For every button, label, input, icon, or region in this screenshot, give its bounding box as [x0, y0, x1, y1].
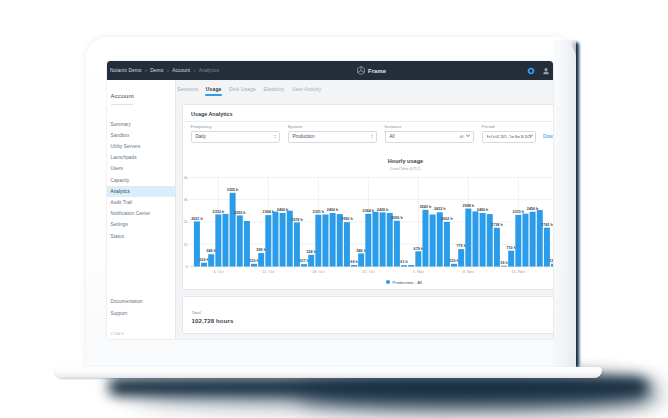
bar-oct-10[interactable] [258, 253, 264, 266]
sidebar-item-status[interactable]: Status [107, 230, 176, 241]
topbar-icons [527, 61, 553, 80]
bar-label: 679 h [413, 247, 423, 251]
bar-oct-23[interactable] [351, 265, 357, 267]
bar-oct-31[interactable] [408, 265, 414, 266]
usage-chart: Hourly usageDate/Time (UTC)01k2k3k4k4. O… [183, 149, 554, 291]
bar-nov-9[interactable] [472, 211, 478, 266]
filter-suffix: All [459, 134, 464, 139]
bar-label: 549 h [206, 249, 216, 253]
down-arrow [371, 137, 373, 138]
bar-oct-19[interactable] [322, 215, 328, 267]
sidebar-item-utility-servers[interactable]: Utility Servers [107, 141, 176, 152]
legend-label[interactable]: Production - All [392, 280, 422, 285]
bar-oct-21[interactable] [336, 214, 342, 266]
bar-oct-16[interactable] [301, 264, 307, 266]
laptop-base-shadow-soft [135, 380, 650, 406]
tab-disk-usage[interactable]: Disk Usage [229, 86, 256, 92]
bar-oct-3[interactable] [208, 254, 214, 266]
bar-label: 120 h [249, 259, 259, 263]
bar-nov-2[interactable] [422, 210, 428, 267]
sidebar-item-capacity[interactable]: Capacity [107, 175, 176, 186]
bar-label: 1978 h [291, 218, 303, 222]
tab-usage[interactable]: Usage [206, 86, 222, 92]
breadcrumb-item[interactable]: Analytics [199, 68, 219, 73]
bar-oct-12[interactable] [272, 212, 278, 267]
total-label: Total [192, 310, 201, 315]
tab-elasticity[interactable]: Elasticity [263, 86, 284, 92]
filter-select-frequency[interactable]: Daily [191, 131, 280, 143]
bar-oct-5[interactable] [222, 214, 228, 267]
status-ring-icon[interactable] [527, 67, 535, 75]
sidebar-item-notification-center[interactable]: Notification Center [107, 208, 176, 219]
breadcrumb-separator: > [166, 68, 169, 73]
download-link[interactable]: Download [543, 134, 553, 139]
bar-nov-17[interactable] [529, 212, 535, 267]
sidebar-version: 2.104.3 [111, 331, 124, 336]
bar-oct-7[interactable] [236, 215, 242, 266]
bar-label: 2333 h [212, 210, 224, 214]
x-tick-label: 11. Oct [262, 269, 275, 274]
bar-oct-25[interactable] [365, 214, 371, 267]
sidebar-item-settings[interactable]: Settings [107, 219, 176, 230]
sidebar-item-audit-trail[interactable]: Audit Trail [107, 197, 176, 208]
sidebar-link-support[interactable]: Support [107, 308, 176, 319]
bar-label: 1990 h [341, 217, 353, 221]
bar-oct-22[interactable] [343, 222, 349, 266]
sidebar-item-analytics[interactable]: Analytics [107, 186, 176, 197]
bar-nov-3[interactable] [429, 215, 435, 267]
bar-nov-11[interactable] [486, 214, 492, 266]
bar-oct-9[interactable] [251, 264, 257, 267]
filter-select-instance-type[interactable]: AllAll [385, 131, 474, 143]
bar-oct-13[interactable] [279, 213, 285, 267]
x-tick-label: 4. Oct [213, 269, 224, 274]
sidebar-item-users[interactable]: Users [107, 163, 176, 174]
filter-select-system[interactable]: Production [288, 131, 377, 143]
bar-nov-12[interactable] [493, 228, 499, 267]
breadcrumb-item[interactable]: Demo [150, 68, 163, 73]
bar-nov-10[interactable] [479, 213, 485, 267]
filter-select-period[interactable]: Fri Oct 01 2021 - Tue Nov 30 2021 [482, 131, 537, 143]
sidebar-item-launchpads[interactable]: Launchpads [107, 152, 176, 163]
hourly-usage-chart: Hourly usageDate/Time (UTC)01k2k3k4k4. O… [183, 149, 554, 291]
bar-oct-26[interactable] [372, 212, 378, 267]
bar-oct-4[interactable] [215, 214, 221, 266]
bar-nov-18[interactable] [536, 210, 542, 266]
bar-oct-2[interactable] [201, 263, 207, 267]
bar-oct-17[interactable] [308, 255, 314, 267]
bar-nov-15[interactable] [515, 215, 521, 267]
breadcrumb-item[interactable]: Account [172, 68, 190, 73]
bar-label: 2598 h [462, 204, 474, 208]
bar-label: 2432 h [434, 207, 446, 211]
total-value: 102,728 hours [192, 317, 234, 324]
bar-oct-6[interactable] [229, 193, 235, 267]
bar-nov-8[interactable] [465, 209, 471, 267]
bar-nov-16[interactable] [522, 214, 528, 267]
total-card: Total 102,728 hours [182, 296, 554, 334]
tab-sessions[interactable]: Sessions [177, 86, 198, 92]
user-icon[interactable] [542, 67, 550, 75]
bar-nov-14[interactable] [508, 251, 514, 267]
bar-oct-18[interactable] [315, 215, 321, 267]
sidebar-item-summary[interactable]: Summary [107, 119, 176, 130]
bar-oct-27[interactable] [379, 212, 385, 266]
x-tick-label: 18. Oct [312, 269, 325, 274]
breadcrumb-item[interactable]: Nutanix Demo [110, 68, 142, 73]
bar-label: 2002 h [441, 217, 453, 221]
bar-nov-1[interactable] [415, 251, 421, 266]
y-tick-label: 1k [183, 242, 188, 247]
tab-user-activity[interactable]: User Activity [292, 86, 321, 92]
bar-oct-24[interactable] [358, 253, 364, 266]
sidebar-link-documentation[interactable]: Documentation [107, 296, 176, 307]
bar-nov-13[interactable] [501, 266, 507, 267]
bar-label: 586 h [356, 249, 366, 253]
bar-oct-11[interactable] [265, 215, 271, 266]
bar-nov-6[interactable] [451, 264, 457, 267]
bar-oct-28[interactable] [386, 213, 392, 267]
bar-oct-30[interactable] [401, 265, 407, 266]
bar-nov-7[interactable] [458, 249, 464, 266]
sidebar-item-sandbox[interactable]: Sandbox [107, 130, 176, 141]
bar-oct-20[interactable] [329, 213, 335, 267]
bar-nov-20[interactable] [551, 264, 553, 267]
bar-label: 1742 h [541, 223, 553, 227]
bar-oct-29[interactable] [393, 221, 399, 267]
